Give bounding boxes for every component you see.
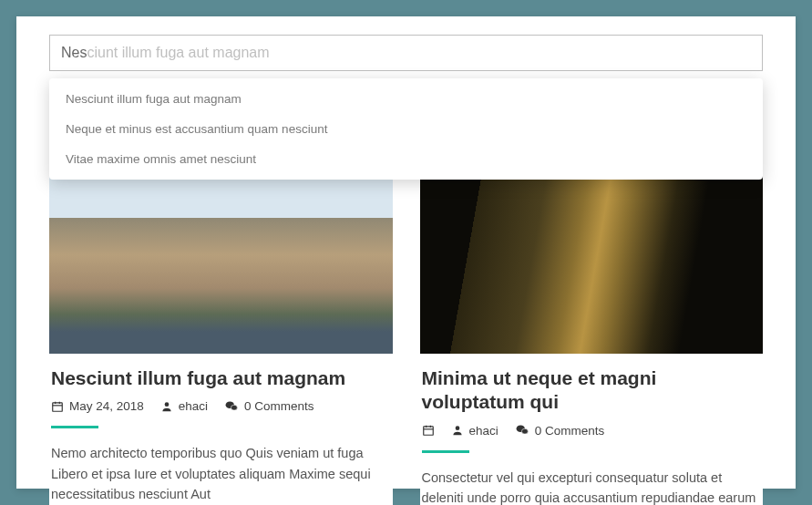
comments-icon: [515, 424, 529, 437]
accent-divider: [422, 450, 469, 453]
svg-rect-0: [53, 403, 63, 411]
svg-rect-10: [423, 427, 433, 435]
page-container: Nesciunt illum fuga aut magnam Nesciunt …: [16, 16, 796, 489]
search-wrap: Nesciunt illum fuga aut magnam Nesciunt …: [49, 35, 763, 71]
posts-grid: Nesciunt illum fuga aut magnam May 24, 2…: [49, 135, 763, 505]
post-card: Nesciunt illum fuga aut magnam May 24, 2…: [49, 135, 393, 505]
svg-point-4: [164, 402, 169, 407]
post-excerpt: Consectetur vel qui excepturi consequatu…: [422, 468, 762, 506]
svg-point-6: [231, 405, 238, 410]
search-suggestions: Nesciunt illum fuga aut magnam Neque et …: [49, 78, 763, 180]
post-author[interactable]: ehaci: [469, 424, 499, 438]
post-comments[interactable]: 0 Comments: [244, 399, 314, 413]
suggestion-item[interactable]: Neque et minus est accusantium quam nesc…: [49, 114, 763, 144]
post-card: Minima ut neque et magni voluptatum qui …: [420, 135, 764, 505]
post-body: Nesciunt illum fuga aut magnam May 24, 2…: [49, 354, 393, 505]
user-icon: [160, 400, 173, 413]
post-comments[interactable]: 0 Comments: [535, 424, 605, 438]
post-title[interactable]: Nesciunt illum fuga aut magnam: [51, 366, 391, 390]
user-icon: [451, 424, 464, 437]
post-meta: ehaci 0 Comments: [422, 424, 762, 438]
post-excerpt: Nemo architecto temporibus quo Quis veni…: [51, 443, 391, 504]
post-meta: May 24, 2018 ehaci 0 Comments: [51, 399, 391, 413]
calendar-icon: [422, 424, 435, 437]
calendar-icon: [51, 400, 64, 413]
suggestion-item[interactable]: Nesciunt illum fuga aut magnam: [49, 84, 763, 114]
comments-icon: [224, 400, 239, 413]
suggestion-item[interactable]: Vitae maxime omnis amet nesciunt: [49, 144, 763, 174]
svg-point-16: [521, 428, 528, 434]
svg-point-14: [455, 426, 459, 430]
post-body: Minima ut neque et magni voluptatum qui …: [420, 354, 764, 505]
accent-divider: [51, 426, 98, 428]
post-date: May 24, 2018: [69, 399, 144, 413]
post-title[interactable]: Minima ut neque et magni voluptatum qui: [422, 366, 762, 415]
post-author[interactable]: ehaci: [179, 399, 208, 413]
search-input[interactable]: [49, 35, 763, 71]
